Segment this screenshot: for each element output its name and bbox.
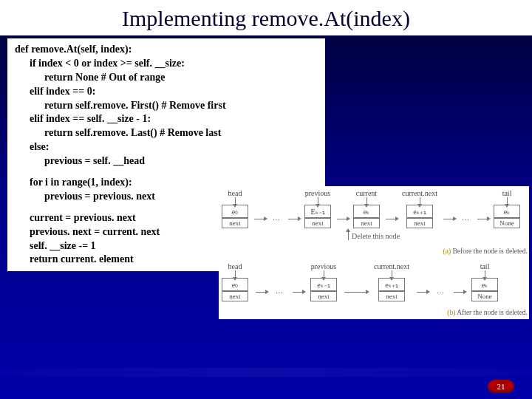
ellipsis: … bbox=[273, 287, 285, 295]
code-line: if index < 0 or index >= self. __size: bbox=[15, 57, 318, 71]
arrow-right-icon bbox=[386, 219, 396, 219]
label-head: head bbox=[222, 262, 248, 270]
arrow-right-icon bbox=[477, 219, 488, 219]
arrow-down-icon bbox=[507, 197, 508, 205]
label-current: current bbox=[353, 189, 380, 197]
code-line: previous = self. __head bbox=[15, 154, 318, 168]
tag-b: (b) bbox=[447, 309, 455, 316]
next-box: next bbox=[406, 218, 433, 228]
arrow-down-icon bbox=[235, 197, 236, 205]
delete-text: Delete this node bbox=[352, 232, 400, 240]
caption-a: (a) Before the node is deleted. bbox=[443, 248, 528, 255]
label-previous: previous bbox=[304, 189, 331, 197]
delete-note: Delete this node bbox=[222, 231, 526, 240]
arrow-down-icon bbox=[392, 270, 392, 278]
code-line: return self.remove. Last() # Remove last bbox=[15, 126, 318, 140]
none-box: None bbox=[494, 218, 520, 228]
arrow-down-icon bbox=[420, 197, 420, 205]
diagram-b: head e₀ next … previous eₖ₋₁ next c bbox=[222, 262, 526, 301]
arrow-right-icon bbox=[256, 292, 266, 293]
next-box: next bbox=[378, 291, 405, 301]
label-current-next: current.next bbox=[374, 262, 409, 270]
decorative-strip bbox=[0, 368, 532, 377]
none-box: None bbox=[471, 291, 498, 301]
code-line: elif index == self. __size - 1: bbox=[15, 112, 318, 126]
caption-b: (b) After the node is deleted. bbox=[447, 309, 528, 316]
caption-b-text: After the node is deleted. bbox=[457, 309, 528, 316]
arrow-down-icon bbox=[235, 270, 236, 278]
arrow-up-icon bbox=[348, 231, 349, 240]
next-box: next bbox=[222, 291, 248, 301]
arrow-down-icon bbox=[485, 270, 485, 278]
arrow-down-icon bbox=[366, 197, 367, 205]
code-line: return self.remove. First() # Remove fir… bbox=[15, 99, 318, 113]
arrow-right-icon bbox=[337, 219, 347, 219]
arrow-right-icon bbox=[254, 219, 265, 219]
label-tail: tail bbox=[494, 189, 520, 197]
next-box: next bbox=[353, 218, 380, 228]
page-number: 21 bbox=[488, 380, 514, 393]
arrow-down-icon bbox=[318, 197, 318, 205]
tag-a: (a) bbox=[443, 248, 451, 255]
diagram-a: head e₀ next … previous Eₖ₋₁ next c bbox=[222, 189, 526, 240]
label-current-next: current.next bbox=[402, 189, 437, 197]
arrow-right-icon bbox=[288, 219, 299, 219]
arrow-right-icon bbox=[443, 219, 454, 219]
next-box: next bbox=[304, 218, 331, 228]
page-footer: 21 bbox=[488, 380, 514, 393]
linked-list-diagram: head e₀ next … previous Eₖ₋₁ next c bbox=[219, 186, 529, 319]
code-line: return None # Out of range bbox=[15, 71, 318, 85]
code-line: else: bbox=[15, 140, 318, 154]
slide-title: Implementing remove.At(index) bbox=[0, 0, 532, 35]
label-head: head bbox=[222, 189, 248, 197]
arrow-right-icon bbox=[417, 292, 427, 293]
code-line: def remove.At(self, index): bbox=[15, 43, 318, 57]
arrow-right-icon bbox=[344, 292, 366, 293]
next-box: next bbox=[222, 218, 248, 228]
arrow-down-icon bbox=[324, 270, 324, 278]
ellipsis: … bbox=[270, 214, 282, 222]
ellipsis: … bbox=[434, 287, 446, 295]
caption-a-text: Before the node is deleted. bbox=[452, 248, 528, 255]
next-box: next bbox=[310, 291, 337, 301]
arrow-right-icon bbox=[293, 292, 303, 293]
arrow-right-icon bbox=[454, 292, 464, 293]
label-tail: tail bbox=[471, 262, 498, 270]
label-previous: previous bbox=[310, 262, 337, 270]
ellipsis: … bbox=[460, 214, 471, 222]
code-line: elif index == 0: bbox=[15, 85, 318, 99]
